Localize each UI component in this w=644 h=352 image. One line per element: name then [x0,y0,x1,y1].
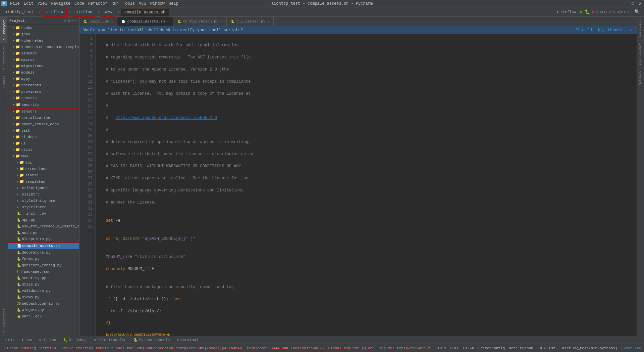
menu-edit[interactable]: Edit [22,1,36,7]
run-config-btn[interactable]: ▶ airflow [554,9,579,15]
stop-btn[interactable]: ■ [592,9,594,15]
right-tab-remote-host[interactable]: Remote Host [637,41,644,69]
tree-item-package-json[interactable]: { } package.json [7,269,79,275]
tree-item-lineage[interactable]: ▶ 📁 lineage [7,50,79,57]
tree-item-utils-py[interactable]: 🐍 utils.py [7,281,79,288]
bottom-tab-terminal[interactable]: ⊞ Terminal [174,336,202,344]
tree-item-secrets[interactable]: ▶ 📁 secrets [7,95,79,101]
tree-item-macros[interactable]: ▶ 📁 macros [7,57,79,63]
tree-item-forms[interactable]: 🐍 forms.py [7,256,79,262]
tree-item-gunicorn[interactable]: 🐍 gunicorn_config.py [7,262,79,269]
file-tab-compile-assets[interactable]: 📄 compile_assets.sh ✕ [117,17,173,26]
bottom-tab-4run[interactable]: ▶ 4: Run [36,336,60,344]
tree-item-validators[interactable]: 🐍 validators.py [7,288,79,294]
file-tab-main-py[interactable]: 🐍 _main_.py ✕ [79,17,117,26]
tree-item-stylelintignore[interactable]: ● .stylelintignore [7,198,79,204]
panel-layout-icon[interactable]: ⊟ [68,18,70,23]
bottom-tab-git[interactable]: ⌥ Git [1,336,18,344]
toolbar-btn-1[interactable]: ⚙ [596,9,598,15]
file-tab-compile-close[interactable]: ✕ [167,19,169,24]
toolbar-btn-4[interactable]: ↩ [608,9,611,15]
file-tab-main-close[interactable]: ✕ [111,19,113,24]
project-tab-airflow1[interactable]: airflow [43,7,67,17]
tree-item-eslintignore[interactable]: ● .eslintignore [7,185,79,191]
tree-item-decorators[interactable]: 🐍 decorators.py [7,250,79,256]
tree-item-ask-for[interactable]: 🐍 ask_for_recompile_assets_if_... [7,223,79,230]
tree-item-jobs[interactable]: ▶ 📁 jobs [7,31,79,38]
panel-collapse-icon[interactable]: ― [71,18,74,23]
bottom-tab-python[interactable]: 🐍 Python Console [130,336,173,344]
tree-item-www[interactable]: ▼ 📁 www [7,153,79,160]
tree-item-utils[interactable]: ▶ 📁 utils [7,147,79,153]
toolbar-btn-3[interactable]: ↻ [604,9,607,15]
run-btn[interactable]: ▶ [580,9,583,15]
bottom-tab-debug[interactable]: 🐛 5: Debug [60,336,90,344]
tree-item-k8s-executor[interactable]: ▶ 📁 kubernetes_executor_templates [7,44,79,50]
close-btn[interactable]: ✕ [638,1,643,6]
tree-item-task[interactable]: ▶ 📁 task [7,128,79,134]
file-tab-cli-close[interactable]: ✕ [267,19,269,24]
panel-settings-icon[interactable]: ⚙ [64,18,67,23]
event-log[interactable]: Event Log [622,346,641,350]
tree-item-mypy[interactable]: ▶ 📁 mypy [7,76,79,82]
project-tab-www[interactable]: www [101,7,116,17]
sidebar-tab-commit[interactable]: Commit [0,73,7,90]
sidebar-tab-favorites[interactable]: 2: Favorites [0,306,7,336]
tree-item-serialization[interactable]: ▶ 📁 serialization [7,115,79,121]
project-tab-airflow2[interactable]: airflow [72,7,96,17]
right-tab-databases[interactable]: Databases [637,17,644,41]
tree-item-compile-assets[interactable]: 📄 compile_assets.sh [7,243,79,250]
bottom-tab-transfer[interactable]: ⇅ File Transfer [91,336,129,344]
tree-item-views[interactable]: 🐍 views.py [7,294,79,301]
code-content[interactable]: # distributed with this work for additio… [96,34,637,336]
sidebar-tab-structure[interactable]: 2: Structure [0,43,7,73]
tree-item-operators[interactable]: ▶ 📁 operators [7,82,79,89]
tree-item-security[interactable]: ▶ 📁 security [7,101,79,108]
tree-item-kubernetes[interactable]: ▶ 📁 kubernetes [7,38,79,44]
menu-refactor[interactable]: Refactor [86,1,110,7]
tree-item-static[interactable]: ▶ 📁 static [7,172,79,179]
project-tab-aiohttp[interactable]: aiohttp_test [1,7,37,17]
tree-item-eslintrc[interactable]: ● .eslintrc [7,191,79,198]
tree-item-webpack[interactable]: JS webpack.config.js [7,301,79,307]
tree-item-ti-deps[interactable]: ▶ 📁 ti_deps [7,134,79,140]
menu-code[interactable]: Code [72,1,86,7]
file-tab-configuration[interactable]: 🐍 configuration.py ✕ [173,17,227,26]
menu-run[interactable]: Run [109,1,121,7]
toolbar-btn-5[interactable]: ↪ [612,9,615,15]
menu-window[interactable]: Window [148,1,167,7]
project-tab-compile[interactable]: compile_assets.sh [121,8,169,16]
file-tab-cli-parser[interactable]: 🐍 cli_parser.py ✕ [227,17,274,26]
tree-item-stylelintrc[interactable]: ● .stylelintrc [7,204,79,211]
file-tab-config-close[interactable]: ✕ [220,19,222,24]
bottom-tab-run[interactable]: ▶ Run [19,336,36,344]
no-thanks-btn[interactable]: No, thanks [598,28,622,33]
tree-item-hooks[interactable]: ▶ 📁 hooks [7,25,79,31]
search-btn[interactable]: 🔍 [634,9,640,15]
tree-item-ui[interactable]: ▶ 📁 ui [7,140,79,147]
tree-item-smart-sensor[interactable]: ▶ 📁 smart_sensor_dags [7,121,79,128]
menu-help[interactable]: Help [167,1,180,7]
tree-item-models[interactable]: ▶ 📁 models [7,70,79,76]
tree-item-sensors[interactable]: ▶ 📁 sensors [7,108,79,115]
panel-more-icon[interactable]: ⋯ [75,18,77,23]
minimize-btn[interactable]: — [623,1,628,6]
tree-item-widgets[interactable]: 🐍 widgets.py [7,307,79,313]
tree-item-providers[interactable]: ▶ 📁 providers [7,89,79,95]
tree-item-blueprints-py[interactable]: 🐍 blueprints.py [7,236,79,243]
menu-view[interactable]: View [36,1,49,7]
tree-item-extensions[interactable]: ▶ 📁 extensions [7,166,79,172]
menu-tools[interactable]: Tools [121,1,137,7]
install-btn[interactable]: Install [576,28,592,33]
tree-item-auth-py[interactable]: 🐍 auth.py [7,230,79,236]
tree-item-app-py[interactable]: 🐍 app.py [7,217,79,223]
menu-navigate[interactable]: Navigate [49,1,72,7]
debug-btn[interactable]: 🐛 [585,9,590,15]
tree-item-migrations[interactable]: ▶ 📁 migrations [7,63,79,70]
tree-item-yarn-lock[interactable]: 🔒 yarn.lock [7,313,79,320]
tree-item-init-py[interactable]: 🐍 __init__.py [7,211,79,217]
menu-vcs[interactable]: VCS [137,1,148,7]
sidebar-tab-project[interactable]: 1: Project [0,17,7,43]
tree-item-templates[interactable]: ▶ 📁 templates [7,179,79,185]
tree-item-security-py[interactable]: 🐍 security.py [7,275,79,281]
